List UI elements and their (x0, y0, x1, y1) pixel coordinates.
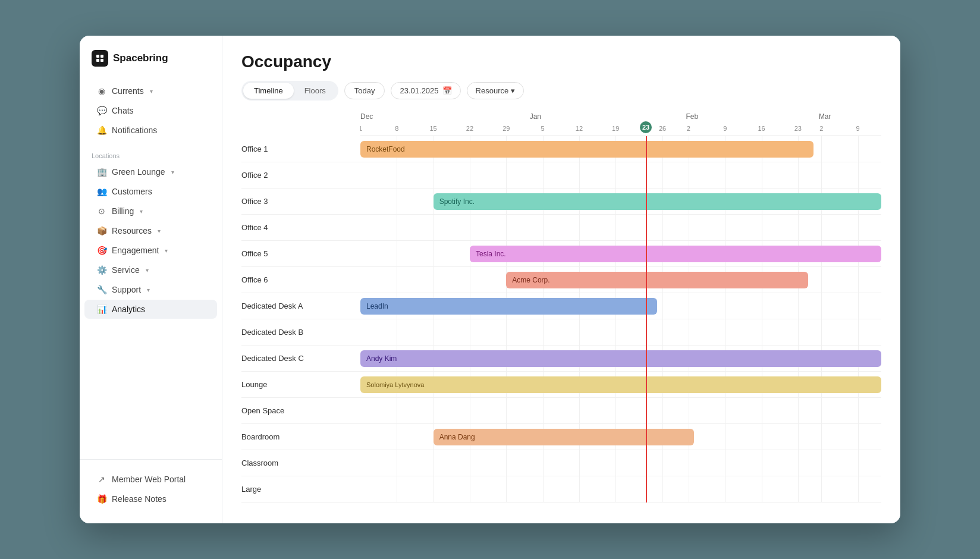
gantt-label-row: Lounge (241, 372, 360, 398)
day-1: 1 (360, 125, 362, 132)
service-icon: ⚙️ (96, 265, 107, 275)
gantt-row-open-space (360, 398, 881, 424)
app-name: Spacebring (113, 52, 168, 64)
svg-rect-2 (96, 59, 99, 62)
gantt-label-row: Large (241, 476, 360, 503)
bar-solomiya[interactable]: Solomiya Lytvynova (360, 376, 881, 393)
gantt-wrapper[interactable]: Office 1 Office 2 Office 3 Office 4 Offi… (222, 110, 900, 523)
gantt-label-row: Boardroom (241, 424, 360, 450)
date-value: 23.01.2025 (400, 86, 438, 95)
support-label: Support (112, 285, 141, 294)
gantt-row-office4 (360, 215, 881, 241)
gantt-row-lounge: Solomiya Lytvynova (360, 372, 881, 398)
sidebar-item-notifications[interactable]: 🔔 Notifications (84, 121, 217, 140)
engagement-chevron: ▾ (165, 247, 168, 254)
bar-spotify[interactable]: Spotify Inc. (434, 193, 881, 210)
sidebar-item-engagement[interactable]: 🎯 Engagement ▾ (84, 241, 217, 260)
gantt-row-boardroom: Anna Dang (360, 424, 881, 450)
gantt-row-classroom (360, 450, 881, 476)
tab-floors[interactable]: Floors (294, 83, 337, 99)
billing-label: Billing (112, 206, 134, 216)
day-16-feb: 16 (758, 125, 765, 132)
resource-label: Resource (476, 86, 509, 95)
sidebar-item-member-portal[interactable]: ↗ Member Web Portal (84, 470, 217, 489)
bar-rocketfood[interactable]: RocketFood (360, 141, 813, 158)
service-label: Service (112, 265, 140, 275)
resources-label: Resources (112, 226, 152, 235)
sidebar-item-resources[interactable]: 📦 Resources ▾ (84, 221, 217, 240)
bar-andy-kim[interactable]: Andy Kim (360, 350, 881, 367)
gantt-label-row: Office 2 (241, 162, 360, 189)
currents-section: ◉ Currents ▾ 💬 Chats 🔔 Notifications (80, 81, 222, 145)
sidebar-item-currents[interactable]: ◉ Currents ▾ (84, 81, 217, 101)
gantt-rows: RocketFood Spotify Inc. Tesla Inc. (360, 136, 881, 503)
today-line (646, 136, 647, 503)
bar-tesla[interactable]: Tesla Inc. (470, 246, 881, 262)
day-8: 8 (395, 125, 398, 132)
locations-section: Locations 🏢 Green Lounge ▾ 👥 Customers ⊙… (80, 145, 222, 324)
gantt-row-desk-c: Andy Kim (360, 346, 881, 372)
engagement-icon: 🎯 (96, 245, 107, 256)
box-icon: 📦 (96, 225, 107, 236)
bar-acme[interactable]: Acme Corp. (506, 272, 808, 288)
logo-icon (92, 50, 108, 67)
gantt-row-office6: Acme Corp. (360, 267, 881, 293)
gantt-row-office1: RocketFood (360, 136, 881, 162)
engagement-label: Engagement (112, 246, 159, 255)
gantt-label-row: Dedicated Desk C (241, 346, 360, 372)
gantt-label-row: Office 5 (241, 241, 360, 267)
sidebar-item-analytics[interactable]: 📊 Analytics (84, 300, 217, 319)
month-jan: Jan (530, 110, 541, 121)
green-lounge-chevron: ▾ (171, 169, 174, 175)
member-portal-label: Member Web Portal (112, 475, 186, 484)
gantt-label-row: Office 4 (241, 215, 360, 241)
resource-filter-button[interactable]: Resource ▾ (467, 82, 524, 99)
month-mar: Mar (819, 110, 831, 121)
sidebar-item-support[interactable]: 🔧 Support ▾ (84, 280, 217, 299)
page-header: Occupancy (222, 36, 900, 81)
tab-timeline[interactable]: Timeline (243, 83, 294, 99)
sidebar-item-green-lounge[interactable]: 🏢 Green Lounge ▾ (84, 162, 217, 181)
svg-rect-0 (96, 55, 99, 58)
day-2-feb: 2 (687, 125, 690, 132)
support-chevron: ▾ (147, 287, 150, 293)
analytics-label: Analytics (112, 304, 145, 314)
support-icon: 🔧 (96, 284, 107, 295)
gantt-row-office3: Spotify Inc. (360, 189, 881, 215)
day-22: 22 (466, 125, 473, 132)
currents-chevron: ▾ (150, 88, 153, 95)
resources-chevron: ▾ (158, 228, 161, 234)
billing-chevron: ▾ (140, 208, 143, 215)
gantt-label-row: Dedicated Desk B (241, 319, 360, 346)
svg-rect-3 (100, 59, 103, 62)
building-icon: 🏢 (96, 167, 107, 177)
day-26: 26 (659, 125, 666, 132)
bell-icon: 🔔 (96, 125, 107, 136)
sidebar-item-chats[interactable]: 💬 Chats (84, 101, 217, 120)
locations-section-label: Locations (80, 145, 222, 162)
page-title: Occupancy (241, 52, 881, 71)
today-button[interactable]: Today (344, 82, 385, 99)
sidebar-item-billing[interactable]: ⊙ Billing ▾ (84, 202, 217, 221)
date-picker-button[interactable]: 23.01.2025 📅 (391, 82, 460, 99)
gantt-row-desk-b (360, 319, 881, 346)
sidebar-item-customers[interactable]: 👥 Customers (84, 182, 217, 201)
day-29: 29 (502, 125, 510, 132)
sidebar: Spacebring ◉ Currents ▾ 💬 Chats 🔔 Notifi… (80, 36, 222, 523)
gift-icon: 🎁 (96, 494, 107, 504)
toolbar: Timeline Floors Today 23.01.2025 📅 Resou… (222, 81, 900, 110)
gantt-label-row: Office 3 (241, 189, 360, 215)
gantt-container: Office 1 Office 2 Office 3 Office 4 Offi… (241, 110, 881, 503)
currents-icon: ◉ (96, 86, 107, 96)
bar-anna-dang[interactable]: Anna Dang (434, 429, 694, 445)
sidebar-item-service[interactable]: ⚙️ Service ▾ (84, 260, 217, 280)
sidebar-bottom: ↗ Member Web Portal 🎁 Release Notes (80, 459, 222, 509)
logo: Spacebring (80, 50, 222, 81)
sidebar-item-release-notes[interactable]: 🎁 Release Notes (84, 489, 217, 508)
bar-leadin[interactable]: LeadIn (360, 298, 657, 315)
view-tab-group: Timeline Floors (241, 81, 338, 101)
calendar-icon: 📅 (442, 86, 452, 95)
month-feb: Feb (686, 110, 699, 121)
chats-label: Chats (112, 106, 134, 115)
notifications-label: Notifications (112, 125, 157, 135)
